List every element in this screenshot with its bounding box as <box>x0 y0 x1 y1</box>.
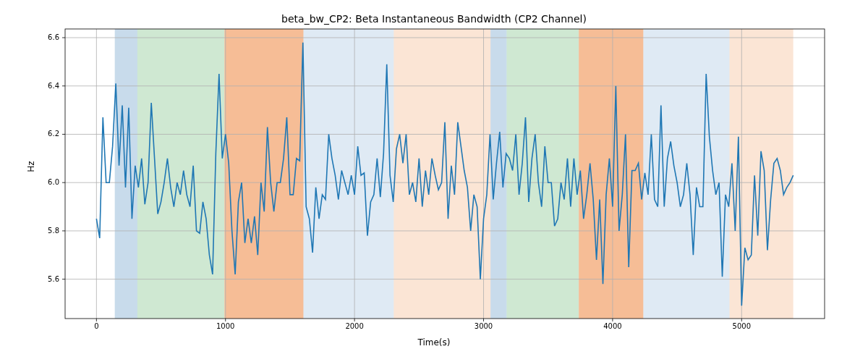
svg-text:0: 0 <box>94 322 98 330</box>
y-axis-label: Hz <box>26 0 36 348</box>
chart-svg: 0100020003000400050005.65.86.06.26.46.6 <box>65 29 825 319</box>
svg-rect-8 <box>643 29 729 319</box>
svg-text:4000: 4000 <box>603 322 621 330</box>
svg-text:5.6: 5.6 <box>48 275 59 283</box>
figure: beta_bw_CP2: Beta Instantaneous Bandwidt… <box>0 0 868 362</box>
svg-text:2000: 2000 <box>345 322 363 330</box>
svg-text:3000: 3000 <box>475 322 493 330</box>
svg-text:5.8: 5.8 <box>48 227 59 235</box>
axes-area: 0100020003000400050005.65.86.06.26.46.6 <box>65 29 825 319</box>
x-axis-label: Time(s) <box>0 337 868 348</box>
svg-text:6.6: 6.6 <box>48 33 59 41</box>
chart-title: beta_bw_CP2: Beta Instantaneous Bandwidt… <box>0 13 868 25</box>
svg-text:5000: 5000 <box>733 322 751 330</box>
svg-text:1000: 1000 <box>216 322 234 330</box>
svg-rect-3 <box>303 29 393 319</box>
svg-text:6.0: 6.0 <box>48 178 59 186</box>
svg-rect-2 <box>224 29 303 319</box>
svg-text:6.2: 6.2 <box>48 130 59 138</box>
svg-rect-1 <box>137 29 224 319</box>
svg-text:6.4: 6.4 <box>48 82 59 90</box>
